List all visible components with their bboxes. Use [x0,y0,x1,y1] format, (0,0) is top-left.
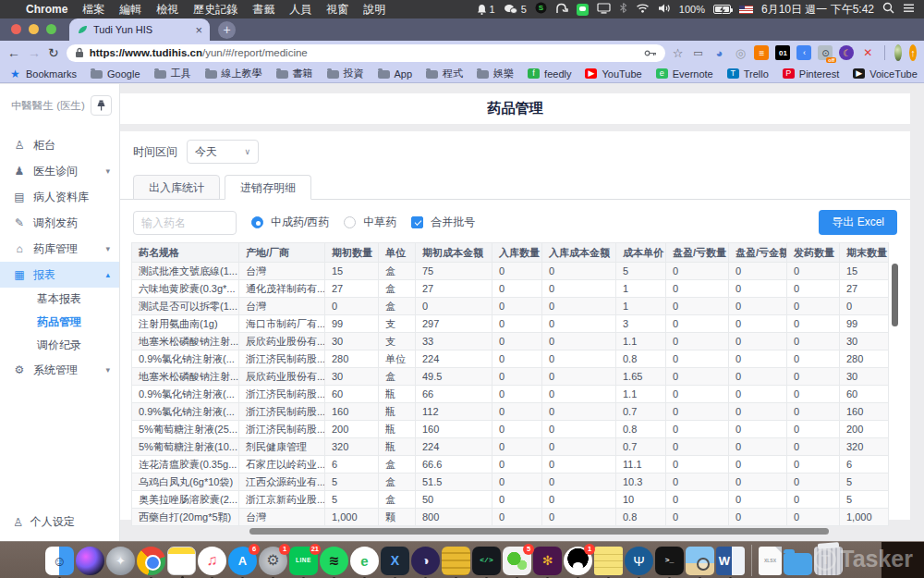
dock-launchpad[interactable]: ✦ [106,547,135,575]
input-language-flag-icon[interactable] [739,6,753,14]
menubar-item[interactable]: 檢視 [156,2,178,18]
dock-word[interactable]: W [716,547,745,575]
menubar-item[interactable]: Chrome [26,3,67,16]
dock-qq[interactable]: 1 [564,547,592,575]
spotlight-search-icon[interactable] [882,2,894,17]
volume-icon[interactable] [658,3,671,17]
blue-tab-extension-icon[interactable]: ‹ [796,45,811,60]
bookmark-folder-app[interactable]: App [378,68,413,80]
bookmark-star-icon[interactable]: ☆ [673,46,684,60]
bookmark-folder-google[interactable]: Google [91,68,140,80]
new-tab-button[interactable]: + [218,21,236,39]
dock-finder[interactable]: ☺ [45,547,74,575]
profile-avatar[interactable] [894,44,902,61]
dock-preview[interactable] [686,547,714,575]
vertical-scrollbar-thumb[interactable] [892,264,898,326]
dock-chrome[interactable] [137,547,165,575]
cast-extension-icon[interactable]: ▭ [690,45,705,60]
dock-code-x[interactable]: X [381,547,409,575]
dock-appstore[interactable]: A 6 [228,547,257,575]
dock-evernote[interactable]: e [350,547,379,575]
bluetooth-icon[interactable] [619,2,627,17]
dock-sourcetree[interactable]: Ψ [625,547,653,575]
dock-database-tool[interactable] [442,547,470,575]
radio-herb-medicine[interactable] [344,216,356,228]
menubar-item[interactable]: 說明 [363,2,385,18]
address-bar[interactable]: https://www.tudihis.cn/yun/#/report/medi… [67,44,665,62]
menubar-item[interactable]: 編輯 [119,2,141,18]
dock-separator[interactable] [751,545,752,576]
dock-code-editor[interactable]: </> [472,547,501,575]
menubar-clock[interactable]: 6月10日 週一 下午5:42 [761,2,874,18]
medicine-name-input[interactable] [133,211,237,235]
sidebar-item-personal-settings[interactable]: ♙ 个人设定 [13,514,75,530]
dock-siri[interactable] [76,547,104,575]
dock-wechat[interactable]: 5 [503,547,531,575]
robot-extension-icon[interactable]: ⊙off [818,45,833,60]
radio-west-medicine[interactable] [251,216,263,228]
dock-stickies[interactable] [594,547,623,575]
dark-reader-extension-icon[interactable]: ☾ [839,45,854,60]
chrome-update-button[interactable]: ↑ [909,44,917,61]
bookmark-pinterest[interactable]: P Pinterest [783,68,839,80]
bookmark-folder-invest[interactable]: 投資 [327,67,364,80]
bookmark-voicetube[interactable]: ▶ VoiceTube [853,68,918,80]
bookmark-folder-books[interactable]: 書籍 [276,67,313,80]
back-button[interactable]: ← [7,45,20,60]
menubar-item[interactable]: 人員 [289,2,311,18]
sidebar-item-doctor-room[interactable]: ♟ 医生诊间 ▾ [0,158,119,184]
sidebar-item-reports[interactable]: ▦ 报表 ▴ [0,262,119,288]
bookmark-folder-code[interactable]: 程式 [426,67,463,80]
swirl-extension-icon[interactable]: ◕ [711,45,726,60]
bookmark-folder-tools[interactable]: 工具 [154,67,191,80]
time-range-select[interactable]: 今天 ∨ [187,140,259,164]
line-status-icon[interactable] [577,4,589,16]
bookmark-feedly[interactable]: f feedly [528,68,571,80]
binary-01-extension-icon[interactable]: 01 [775,45,790,60]
screen-mirroring-icon[interactable] [597,3,611,17]
target-extension-icon[interactable]: ◎ [733,45,748,60]
password-key-icon[interactable] [644,49,657,57]
horizontal-scrollbar-thumb[interactable] [249,528,829,535]
dock-notes[interactable] [167,547,196,575]
chat-status-icon[interactable]: 5 [504,4,527,15]
orange-list-extension-icon[interactable]: ≡ [754,45,769,60]
reload-button[interactable]: ↻ [48,45,59,60]
tab-close-icon[interactable]: × [195,24,202,36]
merge-batch-checkbox[interactable] [411,216,423,228]
export-excel-button[interactable]: 导出 Excel [819,210,897,235]
dock-xlsx-file[interactable]: XLSX [759,547,782,575]
sidebar-item-pharmacy-mgmt[interactable]: ⌂ 药库管理 ▾ [0,236,119,262]
evernote-status-icon[interactable] [555,3,568,17]
sidebar-item-medicine-mgmt[interactable]: 药品管理 [0,311,119,334]
sidebar-pin-button[interactable] [91,95,112,116]
bookmark-folder-fun[interactable]: 娛樂 [477,67,514,80]
dock-terminal[interactable]: >_ [655,547,684,575]
bookmark-trello[interactable]: T Trello [727,68,769,80]
notification-center-icon[interactable] [903,3,915,16]
report-tab[interactable]: 进销存明细 [225,175,311,200]
bookmark-bookmarks[interactable]: ★ Bookmarks [9,68,77,80]
sidebar-item-system-mgmt[interactable]: ⚙ 系统管理 ▾ [0,357,119,383]
bookmark-youtube[interactable]: ▶ YouTube [585,68,641,80]
s-app-status-icon[interactable]: S [535,2,547,17]
menubar-item[interactable]: 書籤 [252,2,274,18]
dock-downloads-folder[interactable] [784,553,812,575]
battery-icon[interactable] [713,5,731,14]
sidebar-item-dispense[interactable]: ✎ 调剂发药 [0,210,119,236]
sidebar-item-patient-db[interactable]: ▤ 病人资料库 [0,184,119,210]
sidebar-item-counter[interactable]: ♙ 柜台 [0,132,119,158]
dock-line[interactable]: LINE 21 [289,547,318,575]
sidebar-item-basic-report[interactable]: 基本报表 [0,288,119,311]
forward-button[interactable]: → [28,45,41,60]
dock-music[interactable]: ♫ [198,547,226,575]
bookmark-folder-online-teaching[interactable]: 線上教學 [205,67,262,80]
close-window-button[interactable] [11,24,21,34]
sidebar-item-price-history[interactable]: 调价纪录 [0,334,119,357]
browser-tab[interactable]: Tudi Yun HIS × [69,18,210,41]
red-x-extension-icon[interactable]: ✕ [860,45,875,60]
dock-slack[interactable]: ✻ [533,547,562,575]
zoom-window-button[interactable] [46,24,56,34]
dock-spotify[interactable]: ≋ [320,547,348,575]
dock-eclipse[interactable]: ◑ [411,547,440,575]
